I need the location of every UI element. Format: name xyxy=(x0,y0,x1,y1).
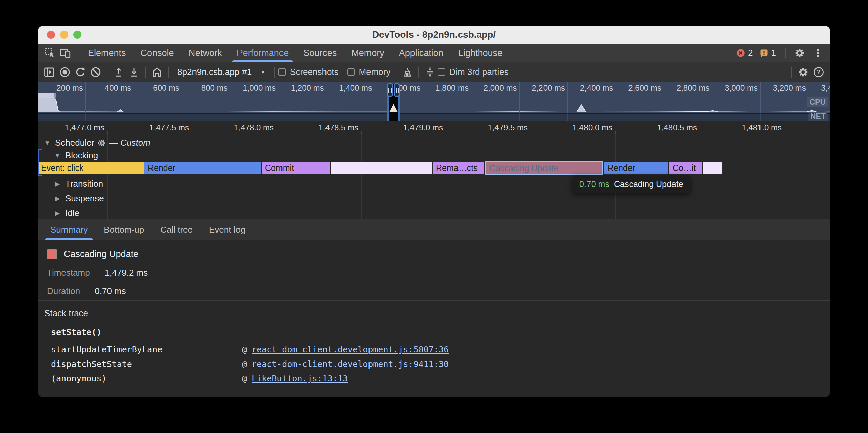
tooltip-label: Cascading Update xyxy=(614,179,683,189)
clear-recording-button[interactable] xyxy=(88,64,103,80)
timeline-overview[interactable]: 200 ms400 ms600 ms800 ms1,000 ms1,200 ms… xyxy=(38,82,830,121)
toggle-sidebar-button[interactable] xyxy=(42,64,57,80)
track-suspense[interactable]: ▶ Suspense xyxy=(53,193,104,204)
flame-bar[interactable]: Rema…cts xyxy=(433,162,484,174)
tab-bottom-up[interactable]: Bottom-up xyxy=(96,219,152,240)
collapsed-triangle-icon[interactable]: ▶ xyxy=(53,195,62,202)
divider xyxy=(145,67,146,77)
blocking-group-bracket xyxy=(38,149,42,176)
divider xyxy=(107,67,107,77)
tab-network[interactable]: Network xyxy=(181,44,229,62)
zoom-window-button[interactable] xyxy=(73,31,81,39)
performance-toolbar: 8p2n9n.csb.app #1 ▼ Screenshots Memory D… xyxy=(38,62,830,82)
settings-button[interactable] xyxy=(792,45,808,61)
blocking-track-label: Blocking xyxy=(65,151,98,161)
error-icon xyxy=(736,48,745,58)
track-grid-line xyxy=(192,134,192,219)
track-blocking[interactable]: ▼ Blocking xyxy=(53,151,98,161)
frame-at: @ xyxy=(242,359,247,369)
flame-bar[interactable]: Event: click xyxy=(38,162,144,174)
titlebar: DevTools - 8p2n9n.csb.app/ xyxy=(38,26,830,44)
overview-tick-label: 800 ms xyxy=(201,83,230,93)
react-atom-icon xyxy=(98,139,106,147)
duration-value: 0.70 ms xyxy=(95,286,126,296)
flame-bar[interactable] xyxy=(703,162,721,174)
tab-event-log[interactable]: Event log xyxy=(201,219,253,240)
flame-bar-selected[interactable]: Cascading Update xyxy=(485,161,603,175)
frame-source-link[interactable]: LikeButton.js:13:13 xyxy=(252,374,348,383)
tooltip-duration: 0.70 ms xyxy=(580,179,609,189)
gear-icon xyxy=(798,66,809,78)
tab-application[interactable]: Application xyxy=(392,44,451,62)
flame-bar[interactable] xyxy=(331,162,432,174)
memory-checkbox[interactable] xyxy=(347,68,355,76)
track-transition[interactable]: ▶ Transition xyxy=(53,178,103,189)
overview-tick-label: 3,200 ms xyxy=(773,83,809,93)
overview-tick-label: 1,800 ms xyxy=(435,83,471,93)
collapsed-triangle-icon[interactable]: ▶ xyxy=(53,209,62,217)
network-request-bar xyxy=(38,93,54,98)
flame-bar[interactable]: Render xyxy=(145,162,261,174)
timestamp-value: 1,479.2 ms xyxy=(105,268,148,278)
upload-icon xyxy=(113,67,124,77)
overview-tick-label: 1,200 ms xyxy=(291,83,327,93)
frame-source-link[interactable]: react-dom-client.development.js:5807:36 xyxy=(252,345,449,355)
ruler-tick-label: 1,480.0 ms xyxy=(572,123,615,132)
flame-bar[interactable]: Commit xyxy=(262,162,330,174)
inspect-cursor-icon xyxy=(45,48,55,58)
minimize-window-button[interactable] xyxy=(60,31,68,39)
help-button[interactable]: ? xyxy=(811,64,826,80)
selection-handle-right[interactable] xyxy=(394,83,400,97)
stack-frame: startUpdateTimerByLane @ react-dom-clien… xyxy=(51,342,830,357)
load-profile-button[interactable] xyxy=(111,64,126,80)
suspense-track-label: Suspense xyxy=(65,193,104,204)
home-button[interactable] xyxy=(149,64,164,80)
close-window-button[interactable] xyxy=(47,31,55,39)
collect-garbage-button[interactable] xyxy=(399,64,415,80)
track-scheduler[interactable]: ▼ Scheduler — Custom xyxy=(43,138,151,148)
collapsed-triangle-icon[interactable]: ▶ xyxy=(53,180,62,188)
expand-triangle-icon[interactable]: ▼ xyxy=(43,139,52,147)
panel-left-icon xyxy=(44,66,55,78)
kebab-menu-icon xyxy=(813,48,823,58)
expand-triangle-icon[interactable]: ▼ xyxy=(53,152,62,160)
flame-chart-area[interactable]: ▼ Scheduler — Custom ▼ Blocking Event: c… xyxy=(38,134,830,219)
scheduler-track-suffix: — Custom xyxy=(109,138,151,148)
capture-settings-button[interactable] xyxy=(796,64,811,80)
record-icon xyxy=(59,66,70,78)
error-counter[interactable]: 2 xyxy=(736,45,756,61)
tab-lighthouse[interactable]: Lighthouse xyxy=(451,44,510,62)
ruler-tick-mark xyxy=(615,131,616,134)
scheduler-track-label: Scheduler xyxy=(55,138,94,148)
flame-bar[interactable]: Co…it xyxy=(669,162,702,174)
flame-bar[interactable]: Render xyxy=(604,162,668,174)
tab-performance[interactable]: Performance xyxy=(229,44,296,62)
stack-trace-section: Stack trace setState() startUpdateTimerB… xyxy=(38,301,830,386)
record-button[interactable] xyxy=(57,64,72,80)
tab-console[interactable]: Console xyxy=(133,44,181,62)
more-options-button[interactable] xyxy=(810,45,826,61)
dim-3rd-parties-checkbox[interactable] xyxy=(438,68,445,76)
target-selector-dropdown[interactable]: 8p2n9n.csb.app #1 ▼ xyxy=(172,67,271,77)
inspect-element-button[interactable] xyxy=(42,45,58,61)
detail-time-ruler[interactable]: 1,477.0 ms1,477.5 ms1,478.0 ms1,478.5 ms… xyxy=(38,121,830,134)
warning-counter[interactable]: 1 xyxy=(759,45,779,61)
track-idle[interactable]: ▶ Idle xyxy=(53,208,79,219)
tab-sources[interactable]: Sources xyxy=(296,44,344,62)
tab-summary[interactable]: Summary xyxy=(42,219,96,240)
tab-memory[interactable]: Memory xyxy=(344,44,392,62)
selection-handle-left[interactable] xyxy=(387,83,393,97)
save-profile-button[interactable] xyxy=(126,64,142,80)
overview-tick-label: 200 ms xyxy=(56,83,85,93)
frame-source-link[interactable]: react-dom-client.development.js:9411:30 xyxy=(252,359,449,369)
track-grid-line xyxy=(700,134,701,219)
help-icon: ? xyxy=(813,66,824,78)
tab-call-tree[interactable]: Call tree xyxy=(152,219,201,240)
record-and-reload-button[interactable] xyxy=(72,64,88,80)
collapse-sections-button[interactable] xyxy=(422,64,438,80)
tab-elements[interactable]: Elements xyxy=(81,44,133,62)
device-toolbar-button[interactable] xyxy=(58,45,73,61)
divider xyxy=(785,48,786,58)
overview-tick-label: 3,400 ms xyxy=(821,83,830,93)
screenshots-checkbox[interactable] xyxy=(278,68,286,76)
